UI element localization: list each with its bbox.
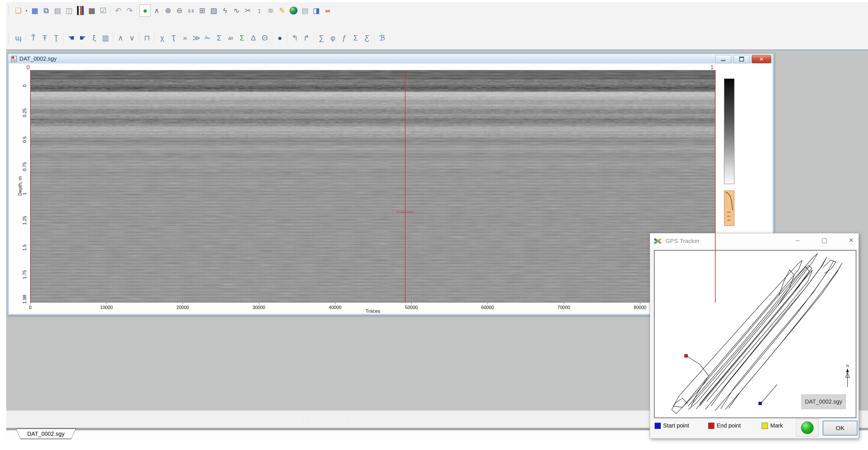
hand-single-button[interactable]: ☚ bbox=[66, 32, 76, 44]
align-bottom-button[interactable]: Ţ bbox=[51, 32, 62, 44]
restore-button[interactable] bbox=[734, 55, 749, 63]
depth-tick-label: 1 bbox=[22, 189, 27, 199]
gps-track-canvas bbox=[655, 251, 856, 418]
trace-edit-pin-button[interactable]: ɰ bbox=[13, 32, 24, 44]
rotate-right-icon: ↱ bbox=[303, 34, 309, 41]
font-language-button[interactable]: aя bbox=[322, 5, 333, 17]
palette-button[interactable] bbox=[75, 5, 86, 17]
radargram-image[interactable] bbox=[30, 70, 716, 303]
print-setup-button[interactable]: ◫ bbox=[64, 5, 74, 17]
delta-t-button[interactable]: Δt bbox=[225, 32, 236, 44]
minimize-button[interactable] bbox=[715, 55, 731, 63]
export-report-icon: ◨ bbox=[313, 7, 320, 14]
toolbar-panel: ❏▾▦⧉▤◫▦☑↶↷●∧⊕⊖1:1⊞▨ϟ∿✂↕≋✎▤◨aя ɰŤŦŢ☚☛ξ▥∧∨… bbox=[6, 2, 868, 50]
close-button[interactable]: ✕ bbox=[752, 55, 771, 63]
rotate-right-button[interactable]: ↱ bbox=[301, 32, 312, 44]
save-image-button[interactable]: ▦ bbox=[86, 5, 97, 17]
record-button[interactable]: ● bbox=[140, 4, 151, 17]
zoom-in-button[interactable]: ⊕ bbox=[163, 5, 174, 17]
sum-up-button[interactable]: Ʃ bbox=[350, 32, 361, 44]
view-one-to-one-button[interactable]: 1:1 bbox=[186, 5, 196, 17]
gps-start-point-marker bbox=[758, 402, 762, 405]
gps-track-line bbox=[673, 260, 802, 407]
trim-button[interactable]: ✁ bbox=[202, 32, 213, 44]
wave-mode-button[interactable]: ∧ bbox=[151, 5, 162, 17]
open-file-button[interactable]: ❏ bbox=[13, 5, 24, 17]
gate-icon: ⊓ bbox=[144, 34, 150, 41]
sum-traces-button[interactable]: ∑ bbox=[316, 32, 327, 44]
depth-tick-label: 1.25 bbox=[22, 215, 27, 226]
cursor-crosshair-horizontal[interactable] bbox=[396, 212, 414, 213]
gps-maximize-button[interactable]: ▢ bbox=[819, 237, 830, 244]
grid-view-icon: ▥ bbox=[102, 34, 109, 41]
sum-down-button[interactable]: Ƹ bbox=[362, 32, 372, 44]
status-separator bbox=[348, 413, 348, 426]
cut-traces-button[interactable]: ✂ bbox=[243, 5, 253, 17]
align-middle-button[interactable]: Ŧ bbox=[39, 32, 50, 44]
toolbar-grip[interactable] bbox=[8, 33, 10, 43]
hand-double-button[interactable]: ☛ bbox=[77, 32, 88, 44]
rotate-left-button[interactable]: ↰ bbox=[289, 32, 300, 44]
gps-minimize-button[interactable]: – bbox=[793, 237, 803, 244]
gain-curve-widget[interactable] bbox=[724, 191, 734, 226]
phase-filter-button[interactable]: φ bbox=[328, 32, 338, 44]
redo-button[interactable]: ↷ bbox=[124, 5, 135, 17]
stacking-button[interactable]: Σ bbox=[214, 32, 224, 44]
grid-view-button[interactable]: ▥ bbox=[100, 32, 111, 44]
peak-up-button[interactable]: ∧ bbox=[115, 32, 126, 44]
edit-header-button[interactable]: ✎ bbox=[277, 5, 287, 17]
cursor-crosshair-vertical[interactable] bbox=[405, 70, 405, 303]
histogram-view-button[interactable]: ▨ bbox=[208, 5, 219, 17]
fan-filter-button[interactable]: ≋ bbox=[265, 5, 276, 17]
gps-globe-button[interactable] bbox=[288, 5, 299, 17]
align-top-button[interactable]: Ť bbox=[28, 32, 39, 44]
toolbar-grip[interactable] bbox=[8, 5, 10, 16]
shift-traces-button[interactable]: » bbox=[180, 32, 190, 44]
peak-down-button[interactable]: ∨ bbox=[126, 32, 137, 44]
spike-button[interactable]: ϟ bbox=[220, 5, 230, 17]
fan-filter-icon: ≋ bbox=[268, 7, 274, 14]
print-button[interactable]: ▤ bbox=[52, 5, 63, 17]
function-filter-button[interactable]: ƒ bbox=[339, 32, 350, 44]
trace-tick-mark bbox=[106, 303, 107, 304]
gps-track-plot[interactable]: DAT_0002.sgy N bbox=[654, 250, 856, 418]
batch-script-button[interactable]: ℬ bbox=[377, 32, 388, 44]
sum-traces-icon: ∑ bbox=[319, 34, 324, 41]
background-removal-button[interactable]: ● bbox=[274, 32, 285, 44]
surface-align-button[interactable]: ∆ bbox=[248, 32, 259, 44]
amplitude-colorbar[interactable] bbox=[724, 78, 734, 184]
gate-button[interactable]: ⊓ bbox=[142, 32, 152, 44]
trace-axis-label: Traces bbox=[30, 309, 716, 314]
fit-to-window-button[interactable]: ⊞ bbox=[197, 5, 208, 17]
shift-samples-button[interactable]: ≫ bbox=[191, 32, 202, 44]
vertical-range-icon: ↕ bbox=[258, 7, 261, 14]
gps-close-button[interactable]: ✕ bbox=[846, 237, 856, 244]
gps-status-led-icon bbox=[801, 421, 813, 434]
options-checkbox-button[interactable]: ☑ bbox=[98, 5, 108, 17]
zoom-out-button[interactable]: ⊖ bbox=[174, 5, 185, 17]
gps-tracker-window[interactable]: GPS Tracker – ▢ ✕ DAT_0002.sgy N Start p… bbox=[650, 233, 859, 439]
tab-dat-0002[interactable]: DAT_0002.sgy bbox=[16, 428, 76, 439]
wave-edit-icon: ξ bbox=[92, 34, 96, 41]
document-titlebar[interactable]: DAT_0002.sgy ✕ bbox=[8, 54, 773, 64]
radargram-noise-texture bbox=[30, 70, 716, 303]
stack-active-button[interactable]: Σ bbox=[237, 32, 247, 44]
ok-button[interactable]: OK bbox=[823, 421, 858, 436]
open-file-dropdown-button[interactable]: ▾ bbox=[24, 5, 29, 17]
vertical-range-button[interactable]: ↕ bbox=[254, 5, 265, 17]
export-report-button[interactable]: ◨ bbox=[311, 5, 322, 17]
palette-icon bbox=[77, 6, 84, 15]
dewow-button[interactable]: χ bbox=[157, 32, 167, 44]
gps-track-line bbox=[761, 385, 777, 403]
edit-header-icon: ✎ bbox=[279, 7, 285, 14]
undo-button[interactable]: ↶ bbox=[113, 5, 124, 17]
archive-button[interactable]: ▤ bbox=[300, 5, 310, 17]
gps-tracker-titlebar[interactable]: GPS Tracker – ▢ ✕ bbox=[650, 233, 859, 249]
time-cut-button[interactable]: Ҭ bbox=[168, 32, 179, 44]
wiggle-view-button[interactable]: ∿ bbox=[231, 5, 242, 17]
save-button[interactable]: ▦ bbox=[29, 5, 40, 17]
ground-level-button[interactable]: Θ bbox=[259, 32, 270, 44]
save-all-button[interactable]: ⧉ bbox=[41, 5, 52, 17]
wave-edit-button[interactable]: ξ bbox=[89, 32, 99, 44]
profile-end-marker: 1 bbox=[710, 64, 714, 71]
